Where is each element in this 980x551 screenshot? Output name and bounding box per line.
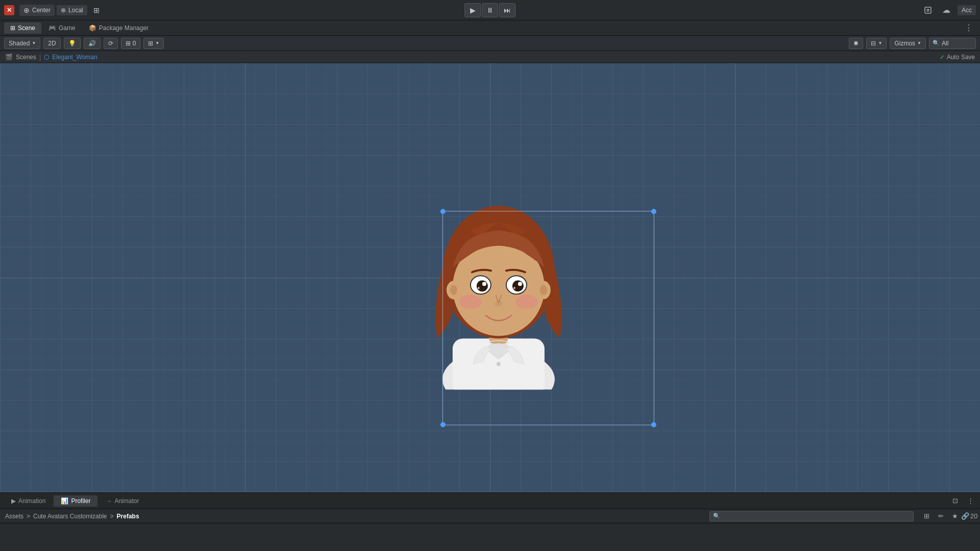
animation-tab-icon: ▶ (11, 497, 16, 505)
tab-package-manager[interactable]: 📦 Package Manager (83, 22, 155, 34)
package-manager-tab-icon: 📦 (89, 24, 96, 32)
local-icon: ⊗ (61, 7, 66, 14)
view-mode-btn[interactable]: ⊟ ▼ (866, 38, 887, 49)
collab-icon[interactable] (921, 3, 935, 17)
svg-rect-0 (925, 7, 931, 13)
tab-game[interactable]: 🎮 Game (42, 22, 82, 34)
svg-point-21 (478, 287, 480, 289)
scene-search-box[interactable]: 🔍 (929, 38, 976, 49)
center-pivot-icon: ⊕ (23, 6, 30, 14)
gizmos-dropdown-arrow: ▼ (917, 41, 921, 45)
grid-button[interactable]: ⊞ ▼ (143, 38, 164, 49)
assets-search-input[interactable] (722, 513, 910, 520)
scenes-icon: 🎬 (5, 54, 13, 61)
cloud-icon[interactable]: ☁ (939, 3, 953, 17)
tab-more-button[interactable]: ⋮ (962, 21, 976, 35)
scene-search-icon: 🔍 (933, 40, 940, 46)
svg-point-19 (482, 282, 486, 286)
tab-profiler[interactable]: 📊 Profiler (54, 495, 97, 507)
tab-animation[interactable]: ▶ Animation (4, 495, 53, 507)
view-icon: ⊟ (871, 40, 876, 47)
prefabs-label[interactable]: Prefabs (117, 513, 139, 520)
svg-point-13 (450, 285, 457, 295)
transform-tools-button[interactable]: ⊞ (89, 5, 104, 16)
svg-point-14 (540, 285, 547, 295)
view-dropdown-arrow: ▼ (878, 41, 882, 45)
svg-point-8 (497, 362, 501, 366)
maximize-icon: ⊡ (952, 497, 958, 505)
character-wrapper (391, 165, 606, 391)
animator-tab-icon: → (106, 497, 112, 505)
play-button[interactable]: ▶ (464, 3, 481, 17)
star-button[interactable]: ★ (949, 511, 961, 521)
center-button[interactable]: ⊕ Center (19, 5, 55, 16)
step-button[interactable]: ⏭ (499, 3, 516, 17)
tab-bar: ⊞ Scene 🎮 Game 📦 Package Manager ⋮ (0, 20, 980, 36)
account-button[interactable]: Acc (958, 5, 976, 15)
brush-button[interactable]: ✏ (935, 511, 946, 521)
breadcrumb-bar: 🎬 Scenes | ⬡ Elegant_Woman ✓ Auto Save (0, 51, 980, 63)
svg-point-26 (497, 299, 500, 303)
assets-search-box[interactable]: 🔍 (709, 511, 914, 521)
grid-view-button[interactable]: ⊞ (921, 511, 932, 521)
scene-toolbar-right: ✱ ⊟ ▼ Gizmos ▼ 🔍 (849, 38, 976, 49)
svg-point-1 (927, 9, 929, 11)
grid-icon: ⊞ (148, 40, 153, 47)
layers-icon: ⊞ (126, 40, 131, 47)
tab-animator[interactable]: → Animator (99, 495, 146, 507)
elegant-woman-icon: ⬡ (44, 54, 49, 61)
pause-button[interactable]: ⏸ (482, 3, 498, 17)
gizmos-dropdown[interactable]: Gizmos ▼ (890, 38, 926, 49)
tools-icon: ✱ (853, 40, 859, 47)
sound-toggle[interactable]: 🔊 (84, 38, 101, 49)
profiler-tab-icon: 📊 (61, 497, 68, 505)
brush-icon: ✏ (938, 512, 944, 520)
mode-2d-button[interactable]: 2D (43, 38, 60, 49)
effects-icon: ⟳ (108, 40, 113, 47)
layers-dropdown[interactable]: ⊞ 0 (121, 38, 141, 49)
autosave-checkmark: ✓ (940, 54, 945, 61)
tools-icon-btn[interactable]: ✱ (849, 38, 863, 49)
transform-icon: ⊞ (93, 6, 100, 14)
grid-dropdown-arrow: ▼ (155, 41, 159, 45)
light-icon: 💡 (68, 40, 76, 47)
scene-tab-icon: ⊞ (10, 24, 15, 32)
svg-point-17 (477, 280, 488, 291)
panel-more-button[interactable]: ⋮ (965, 495, 976, 507)
close-button[interactable]: ✕ (4, 5, 14, 15)
assets-right-controls: ⊞ ✏ ★ 🔗 20 (921, 511, 975, 521)
shaded-dropdown-arrow: ▼ (32, 41, 36, 45)
panel-more-icon: ⋮ (967, 497, 974, 505)
svg-point-23 (459, 294, 482, 309)
svg-point-22 (513, 287, 516, 289)
bottom-panel: ▶ Animation 📊 Profiler → Animator ⊡ ⋮ As… (0, 492, 980, 551)
assets-search-icon: 🔍 (713, 513, 720, 519)
link-icon: 🔗 (961, 512, 969, 520)
game-tab-icon: 🎮 (48, 24, 56, 32)
tab-scene[interactable]: ⊞ Scene (4, 22, 41, 34)
breadcrumb-scenes[interactable]: Scenes (16, 54, 36, 61)
scene-view[interactable] (0, 63, 980, 492)
shaded-dropdown[interactable]: Shaded ▼ (4, 38, 40, 49)
local-button[interactable]: ⊗ Local (57, 5, 87, 15)
assets-label[interactable]: Assets (5, 513, 23, 520)
svg-point-20 (518, 282, 522, 286)
bottom-panel-controls: ⊡ ⋮ (949, 495, 976, 507)
character-svg (391, 165, 606, 389)
cute-avatars-label[interactable]: Cute Avatars Customizable (33, 513, 107, 520)
svg-point-18 (512, 280, 524, 291)
svg-point-24 (516, 294, 538, 309)
breadcrumb-current[interactable]: Elegant_Woman (52, 54, 97, 61)
auto-save: ✓ Auto Save (940, 54, 975, 61)
scene-search-input[interactable] (942, 40, 972, 47)
count-display: 🔗 20 (964, 511, 975, 521)
bottom-tabs: ▶ Animation 📊 Profiler → Animator ⊡ ⋮ (0, 493, 980, 509)
top-right-controls: ☁ Acc (921, 3, 976, 17)
maximize-panel-button[interactable]: ⊡ (949, 495, 961, 507)
effects-toggle[interactable]: ⟳ (104, 38, 118, 49)
grid-view-icon: ⊞ (924, 512, 929, 520)
sound-icon: 🔊 (88, 40, 96, 47)
light-toggle[interactable]: 💡 (64, 38, 81, 49)
top-toolbar: ✕ ⊕ Center ⊗ Local ⊞ ▶ ⏸ ⏭ ☁ (0, 0, 980, 20)
star-icon: ★ (952, 512, 958, 520)
